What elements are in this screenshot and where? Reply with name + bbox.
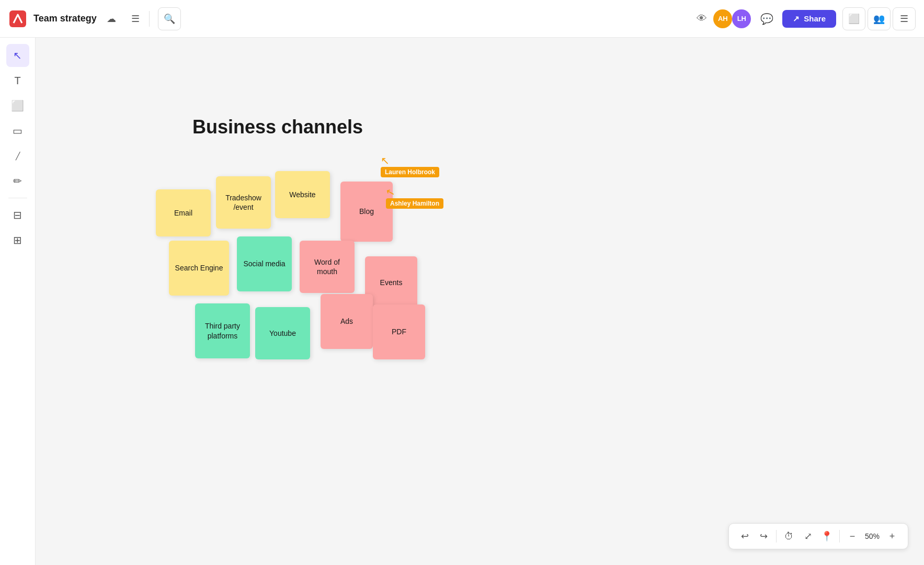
location-button[interactable]: 📍 (817, 527, 836, 546)
share-button[interactable]: ↗ Share (782, 10, 836, 28)
frame-tool[interactable]: ⬜ (6, 94, 29, 117)
presentation-button[interactable]: ⬜ (842, 7, 865, 30)
cloud-icon[interactable]: ☁ (102, 9, 121, 28)
sticky-ads[interactable]: Ads (321, 294, 373, 349)
right-header: 👁 AH LH 💬 ↗ Share ⬜ 👥 ☰ (692, 7, 916, 30)
select-tool[interactable]: ↖ (6, 44, 29, 67)
team-button[interactable]: 👥 (868, 7, 891, 30)
sticky-youtube[interactable]: Youtube (255, 307, 310, 359)
avatar-ah[interactable]: AH (713, 9, 732, 28)
sticky-social-media[interactable]: Social media (237, 236, 292, 291)
notes-button[interactable]: ☰ (893, 7, 916, 30)
toolbar-separator-2 (839, 530, 840, 543)
view-button[interactable]: 👁 (692, 9, 711, 28)
search-button[interactable]: 🔍 (158, 7, 181, 30)
sticky-third-party[interactable]: Third party platforms (195, 303, 250, 358)
share-label: Share (804, 14, 826, 23)
sticky-search-engine[interactable]: Search Engine (169, 241, 229, 296)
header-right-icons: ⬜ 👥 ☰ (842, 7, 916, 30)
layout-tool[interactable]: ⊞ (6, 229, 29, 252)
zoom-out-button[interactable]: − (843, 527, 862, 546)
title-area: Team strategy ☁ ☰ (33, 9, 145, 28)
menu-icon[interactable]: ☰ (126, 9, 145, 28)
rectangle-tool[interactable]: ▭ (6, 119, 29, 142)
sticky-website[interactable]: Website (275, 171, 330, 218)
line-tool[interactable]: ╱ (6, 144, 29, 167)
redo-button[interactable]: ↪ (754, 527, 773, 546)
sidebar: ↖ T ⬜ ▭ ╱ ✏ ⊟ ⊞ (0, 38, 36, 565)
sticky-events[interactable]: Events (365, 256, 417, 309)
fullscreen-button[interactable]: ⤢ (798, 527, 817, 546)
canvas[interactable]: Business channels Email Tradeshow /event… (36, 38, 924, 565)
undo-button[interactable]: ↩ (735, 527, 754, 546)
sticky-word-of-mouth[interactable]: Word of mouth (300, 241, 355, 293)
zoom-in-button[interactable]: + (883, 527, 902, 546)
table-tool[interactable]: ⊟ (6, 204, 29, 227)
page-title: Team strategy (33, 13, 97, 24)
avatar-lh[interactable]: LH (732, 9, 751, 28)
sticky-email[interactable]: Email (156, 189, 211, 236)
cursor-lauren: ↖ Lauren Holbrook (381, 155, 390, 166)
board-title: Business channels (192, 116, 363, 138)
sticky-tradeshow[interactable]: Tradeshow /event (216, 176, 271, 229)
header-divider (149, 11, 150, 27)
sidebar-separator (8, 198, 27, 198)
bottom-toolbar: ↩ ↪ ⏱ ⤢ 📍 − 50% + (728, 523, 908, 549)
history-button[interactable]: ⏱ (780, 527, 798, 546)
zoom-level: 50% (862, 532, 883, 540)
sticky-pdf[interactable]: PDF (373, 304, 425, 359)
header: Team strategy ☁ ☰ 🔍 👁 AH LH 💬 ↗ Share ⬜ … (0, 0, 924, 38)
app-logo[interactable] (8, 9, 27, 28)
cursor-ashley: ↖ Ashley Hamilton (386, 187, 395, 197)
text-tool[interactable]: T (6, 69, 29, 92)
comment-button[interactable]: 💬 (757, 9, 776, 28)
svg-rect-0 (9, 10, 26, 27)
toolbar-separator-1 (776, 530, 777, 543)
share-icon: ↗ (793, 14, 800, 24)
pen-tool[interactable]: ✏ (6, 170, 29, 193)
